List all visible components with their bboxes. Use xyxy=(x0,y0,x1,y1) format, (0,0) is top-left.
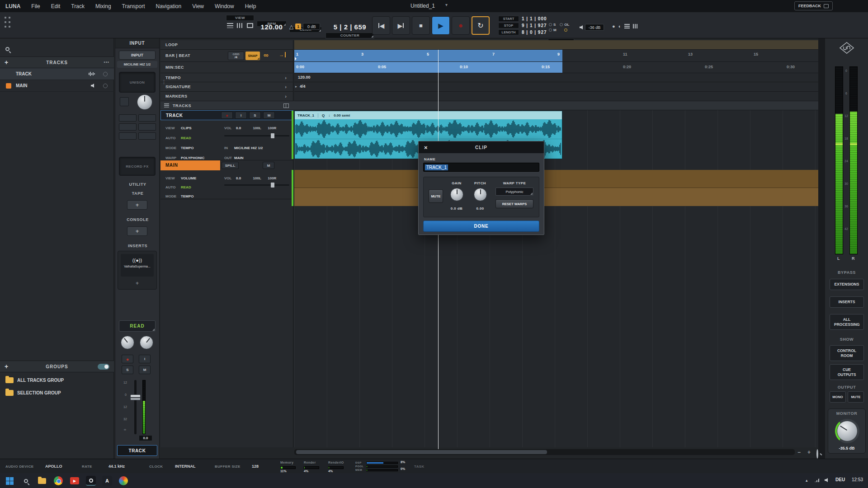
monitor-level-box[interactable]: -36 dB xyxy=(585,24,604,31)
clip-quantize-badge[interactable]: Q xyxy=(318,113,325,117)
global-solo-indicator[interactable] xyxy=(549,23,552,26)
slider-handle[interactable] xyxy=(271,133,274,138)
track-volume-slider[interactable] xyxy=(224,135,289,136)
add-tape-button[interactable]: + xyxy=(127,200,147,210)
bpm-value[interactable]: 120.00 xyxy=(257,23,287,31)
mute-button[interactable]: M xyxy=(139,366,151,374)
more-options-icon[interactable]: ••• xyxy=(104,60,109,65)
track-mode-row[interactable]: MODETEMPO xyxy=(165,143,193,151)
dialog-title-bar[interactable]: × CLIP xyxy=(419,141,544,153)
input-gain-knob[interactable] xyxy=(137,94,152,110)
go-to-start-button[interactable]: ◀ xyxy=(372,16,390,35)
clip-warp-amount[interactable]: 0.00 semi xyxy=(334,113,350,117)
fader-track[interactable] xyxy=(134,380,137,434)
main-automation-lane[interactable] xyxy=(294,170,818,206)
track-height-icon[interactable] xyxy=(283,103,289,108)
search-icon[interactable] xyxy=(5,47,9,51)
record-arm-button[interactable]: ● xyxy=(122,355,133,363)
strip-button[interactable] xyxy=(138,132,156,140)
strip-button[interactable] xyxy=(119,123,137,131)
clock-value[interactable]: INTERNAL xyxy=(175,464,196,469)
snap-button[interactable]: SNAP xyxy=(245,52,260,60)
insert-slot-valhalla[interactable]: ((●)) ValhallaSuperma... xyxy=(121,254,154,277)
stop-value[interactable]: 9 | 1 | 927 xyxy=(522,23,547,28)
menu-item-mixing[interactable]: Mixing xyxy=(90,3,117,9)
sidebar-item-main[interactable]: MAIN xyxy=(0,80,114,92)
strip-track-footer[interactable]: TRACK xyxy=(117,445,157,456)
taskbar-luna-button[interactable] xyxy=(85,475,97,487)
fader-handle[interactable] xyxy=(130,394,141,400)
taskbar-search-button[interactable] xyxy=(20,475,32,487)
workflow-mix-icon[interactable]: ◐ xyxy=(618,23,622,29)
track-header-panel[interactable]: TRACK ● I S M VIEWCLIPS AUTOREAD MODETEM… xyxy=(160,110,293,160)
zoom-tool-icon[interactable] xyxy=(816,449,818,459)
tracks-list-icon[interactable] xyxy=(164,103,169,108)
taskbar-explorer-button[interactable] xyxy=(36,475,48,487)
main-name[interactable]: MAIN xyxy=(165,163,178,168)
track-vol-row[interactable]: VOL0.0 100L 100R xyxy=(224,123,276,131)
loop-link-icon[interactable]: ∞ xyxy=(264,51,269,59)
tempo-value[interactable]: 120.00 xyxy=(298,75,311,80)
zoom-in-button[interactable]: + xyxy=(807,449,811,455)
tray-expand-icon[interactable]: ▴ xyxy=(806,478,808,483)
counter-header[interactable]: COUNTER xyxy=(326,33,374,38)
language-indicator[interactable]: DEU xyxy=(835,477,845,482)
main-enable-toggle[interactable] xyxy=(103,84,108,88)
main-view-row[interactable]: VIEWVOLUME xyxy=(165,173,196,181)
menu-item-luna[interactable]: LUNA xyxy=(0,3,26,9)
click-level-box[interactable]: 0 dB xyxy=(303,23,320,30)
pan-left-knob[interactable] xyxy=(121,336,134,349)
start-value[interactable]: 1 | 1 | 000 xyxy=(522,16,547,21)
main-mute-button[interactable]: M xyxy=(263,162,274,169)
monitor-view-icon[interactable] xyxy=(247,23,253,28)
playhead[interactable] xyxy=(438,50,439,449)
zoom-out-button[interactable]: − xyxy=(797,449,801,455)
menu-item-navigation[interactable]: Navigation xyxy=(151,3,187,9)
record-fx-slot[interactable]: RECORD FX xyxy=(119,157,156,176)
loop-button[interactable]: ↻ xyxy=(472,16,490,35)
menu-item-file[interactable]: File xyxy=(26,3,45,9)
strip-button[interactable] xyxy=(119,132,137,140)
group-item-selection[interactable]: SELECTION GROUP xyxy=(0,387,114,399)
windows-start-button[interactable] xyxy=(4,475,15,487)
track-auto-row[interactable]: AUTOREAD xyxy=(165,133,191,141)
track-enable-toggle[interactable] xyxy=(103,72,108,76)
workflow-record-icon[interactable]: ● xyxy=(612,23,615,29)
track-input-monitor-button[interactable]: I xyxy=(235,112,247,119)
input-gain-mini-button[interactable] xyxy=(120,97,129,106)
input-select-button[interactable]: INPUT xyxy=(119,51,156,60)
monitor-volume-knob[interactable] xyxy=(837,421,858,441)
output-mute-button[interactable]: MUTE xyxy=(848,391,864,403)
main-volume-slider[interactable] xyxy=(224,184,289,186)
clip-title[interactable]: TRACK_1 xyxy=(297,113,314,117)
main-title-row[interactable]: MAIN xyxy=(160,160,220,170)
buffer-size-value[interactable]: 128 xyxy=(252,464,259,469)
main-vol-row[interactable]: VOL0.0 100L 100R xyxy=(224,173,276,181)
search-row[interactable] xyxy=(0,42,114,56)
clip-mute-button[interactable]: MUTE xyxy=(429,189,443,203)
solo-button[interactable]: S xyxy=(122,366,133,374)
clip-header[interactable]: TRACK_1 Q ↓ 0.00 semi xyxy=(295,111,562,119)
go-to-end-button[interactable]: ▶ xyxy=(392,16,410,35)
timeline-scrollbar[interactable] xyxy=(294,449,795,455)
scrollbar-thumb[interactable] xyxy=(296,450,547,454)
loop-row-content[interactable] xyxy=(294,40,818,50)
track-record-arm-button[interactable]: ● xyxy=(221,112,233,119)
main-header-panel[interactable]: MAIN SPILL M VIEWVOLUME AUTOREAD MODETEM… xyxy=(160,160,293,199)
signature-row-label[interactable]: SIGNATURE› xyxy=(160,82,293,92)
taskbar-photos-button[interactable] xyxy=(118,475,129,487)
close-icon[interactable]: × xyxy=(424,144,428,151)
input-source-label[interactable]: MIC/LINE HIZ 1/2 xyxy=(117,61,157,68)
click-count-badge[interactable]: 1 xyxy=(295,23,301,29)
unison-slot[interactable]: UNISON xyxy=(119,72,156,93)
track-input-row[interactable]: INMIC/LINE HIZ 1/2 xyxy=(224,143,263,151)
network-icon[interactable] xyxy=(815,478,820,482)
output-mono-button[interactable]: MONO xyxy=(830,391,846,403)
clip-gain-knob[interactable] xyxy=(450,188,463,201)
spill-button[interactable]: SPILL xyxy=(222,162,239,169)
signature-value[interactable]: 4/4 xyxy=(300,84,306,89)
input-monitor-button[interactable]: I xyxy=(139,355,151,363)
markers-lane[interactable] xyxy=(294,92,818,101)
signature-lane[interactable]: ▸ 4/4 xyxy=(294,82,818,92)
play-button[interactable]: ▶ xyxy=(432,16,450,35)
